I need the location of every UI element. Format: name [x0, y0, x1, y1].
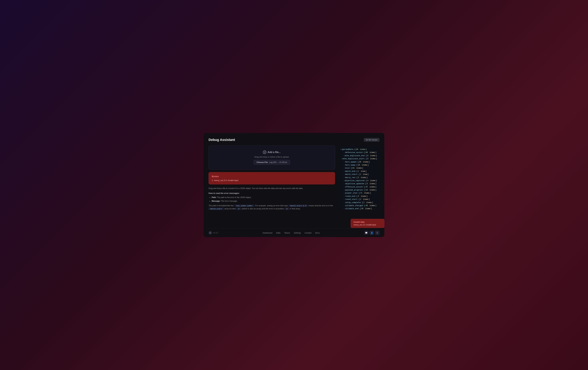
item-unit: item — [361, 170, 365, 173]
item-chevron: › — [344, 182, 345, 185]
tree-item-7[interactable]: › match_start: [ 1 item ] — [341, 173, 377, 176]
item-count: 4 — [367, 179, 368, 182]
nav-contact[interactable]: Contact — [304, 232, 311, 234]
tree-item-14[interactable]: › round_end: [ 3 items ] — [341, 195, 377, 198]
item-count: 5 — [358, 176, 359, 179]
item-unit: items — [370, 179, 376, 182]
item-count: 3 — [358, 195, 359, 198]
nav-dashboard[interactable]: Dashboard — [262, 232, 273, 234]
item-key: echo_duplicate_end: — [345, 154, 366, 157]
item-chevron: › — [344, 167, 345, 169]
item-key: ultimate_end: — [345, 207, 359, 210]
tree-root[interactable]: ▼ parsedData :{ 20 items } — [341, 148, 377, 151]
toast-notification: Invalid data mercy_rez.3.3: Invalid inpu… — [351, 219, 384, 228]
nav-docs[interactable]: Docs — [315, 232, 320, 234]
nav-settings[interactable]: Settings — [294, 232, 301, 234]
app-title: Debug Assistant — [209, 138, 364, 142]
upload-subtitle: Drag and drop or select a file to upload… — [254, 156, 289, 158]
choose-file-button[interactable]: Choose File Log-202-...-21-05.txt — [253, 160, 290, 165]
tree-item-17[interactable]: › ultimate_charged: [ 45 items ] — [341, 204, 377, 207]
tree-item-0[interactable]: › defensive_assist: [ 66 items ] — [341, 151, 377, 154]
tree-item-4[interactable]: › hero_swap: [ 26 items ] — [341, 164, 377, 167]
tree-item-1[interactable]: › echo_duplicate_end: [ 8 items ] — [341, 154, 377, 157]
tree-item-18[interactable]: › ultimate_end: [ 36 items ] — [341, 207, 377, 210]
item-unit: items — [362, 164, 367, 167]
item-unit: items — [363, 198, 368, 201]
item-unit: items — [366, 201, 372, 204]
item-unit: items — [370, 154, 376, 157]
item-unit: items — [369, 185, 375, 189]
tree-item-8[interactable]: › mercy_rez: [ 5 items ] — [341, 176, 377, 179]
chat-icon-button[interactable]: 💬 — [364, 231, 368, 235]
item-chevron: › — [344, 201, 345, 204]
tree-item-12[interactable]: › payload_progress: [ 15 items ] — [341, 189, 377, 191]
tree-item-2[interactable]: › echo_duplicate_start: [ 8 items ] — [341, 157, 377, 160]
item-unit: items — [356, 167, 362, 170]
item-chevron: › — [344, 151, 345, 154]
item-count: 45 — [366, 204, 368, 207]
item-key: round_end: — [345, 195, 356, 198]
upload-label: Add a file... — [268, 151, 281, 154]
item-key: match_end: — [345, 170, 356, 173]
item-key: setup_complete: — [345, 201, 362, 204]
nav-stats[interactable]: Stats — [276, 232, 281, 234]
tree-item-3[interactable]: › hero_spawn: [ 20 items ] — [341, 160, 377, 164]
item-chevron: › — [344, 204, 345, 207]
item-count: 1 — [360, 173, 361, 176]
item-unit: items — [369, 182, 375, 185]
footer-nav: Dashboard Stats Teams Settings Contact D… — [262, 232, 320, 234]
menu-icon-button[interactable]: ☰ — [375, 231, 379, 235]
tree-item-10[interactable]: › objective_updated: [ 5 items ] — [341, 182, 377, 185]
item-unit: items — [369, 151, 375, 154]
instructions: Drag and drop a file to convert it to a … — [209, 187, 335, 211]
item-unit: item — [363, 173, 367, 176]
item-count: 26 — [358, 164, 360, 167]
item-key: match_start: — [345, 173, 358, 176]
tree-item-13[interactable]: › player_stat: [ 71 items ] — [341, 191, 377, 195]
nav-teams[interactable]: Teams — [284, 232, 290, 234]
item-chevron: › — [344, 164, 345, 167]
error-item: 1. mercy_rez.3.3: Invalid input — [212, 179, 332, 181]
item-key: payload_progress: — [345, 189, 364, 191]
instructions-bullets: Path: The path to the error in the JSON … — [209, 196, 335, 203]
item-chevron: › — [344, 192, 345, 194]
tree-item-15[interactable]: › round_start: [ 2 items ] — [341, 198, 377, 201]
item-chevron: › — [344, 176, 345, 179]
item-count: 71 — [360, 191, 362, 195]
item-key: ultimate_charged: — [345, 204, 364, 207]
item-unit: items — [363, 160, 368, 164]
tree-item-9[interactable]: › objective_captured: [ 4 items ] — [341, 179, 377, 182]
tree-item-5[interactable]: › kill: [ 81 items ] — [341, 167, 377, 170]
upload-area[interactable]: + Add a file... Drag and drop or select … — [209, 146, 335, 170]
item-count: 36 — [361, 207, 363, 210]
item-key: hero_spawn: — [345, 160, 357, 164]
bullet-path: Path: The path to the error in the JSON … — [212, 196, 335, 199]
item-unit: items — [370, 157, 376, 160]
item-unit: items — [365, 207, 371, 210]
instructions-how-title: How to read the error messages: — [209, 192, 335, 195]
item-count: 1 — [358, 170, 359, 173]
item-key: offensive_assist: — [345, 185, 364, 189]
footer-left: ⚙ v1.2.1 — [209, 231, 218, 234]
item-chevron: › — [343, 180, 344, 182]
item-count: 20 — [359, 160, 361, 164]
tree-item-16[interactable]: › setup_complete: [ 2 items ] — [341, 201, 377, 204]
item-key: objective_captured: — [345, 179, 366, 182]
item-count: 2 — [360, 198, 361, 201]
tree-item-11[interactable]: › offensive_assist: [ 47 items ] — [341, 185, 377, 189]
tree-item-6[interactable]: › match_end: [ 1 item ] — [341, 170, 377, 173]
plus-circle-icon: + — [263, 150, 266, 154]
item-key: player_stat: — [345, 191, 358, 195]
item-chevron: › — [344, 198, 345, 201]
json-tree: ▼ parsedData :{ 20 items } › defensive_a… — [341, 148, 377, 210]
item-chevron: › — [344, 161, 345, 163]
app-header: Debug Assistant No file chosen — [209, 138, 379, 142]
item-unit: items — [361, 176, 366, 179]
json-tree-panel: ▼ parsedData :{ 20 items } › defensive_a… — [338, 146, 379, 210]
item-count: 81 — [352, 167, 355, 170]
user-icon-button[interactable]: 👤 — [370, 231, 374, 235]
item-chevron: › — [344, 173, 345, 176]
item-count: 8 — [367, 157, 368, 160]
item-key: defensive_assist: — [345, 151, 364, 154]
footer-logo: ⚙ — [209, 231, 212, 234]
